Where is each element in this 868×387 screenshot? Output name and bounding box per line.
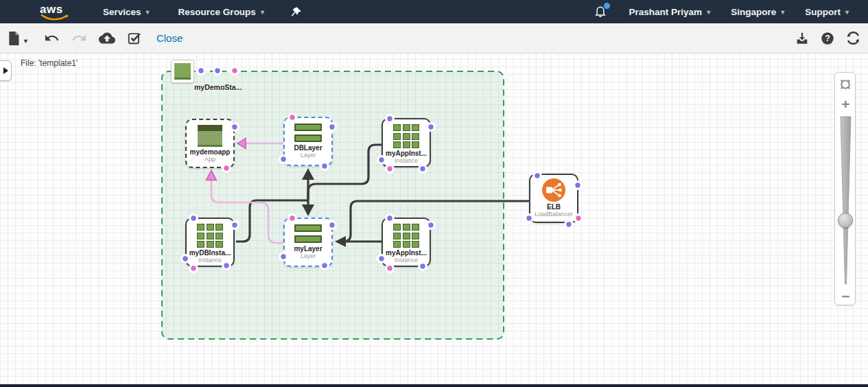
- zoom-control-panel: + −: [834, 72, 856, 305]
- stack-icon: [174, 63, 191, 80]
- fit-to-window-button[interactable]: [838, 77, 853, 92]
- bottom-pane-edge[interactable]: [0, 384, 868, 387]
- zoom-out-button[interactable]: −: [835, 290, 856, 303]
- node-mylayer[interactable]: myLayer Layer: [283, 218, 333, 267]
- nav-resource-groups[interactable]: Resource Groups▾: [178, 7, 264, 17]
- node-myappinstance-bottom[interactable]: myAppInst... Instance: [382, 218, 431, 267]
- undo-icon: [44, 30, 60, 46]
- close-link[interactable]: Close: [156, 32, 183, 44]
- stack-node[interactable]: [171, 60, 194, 83]
- stack-container-outline: [0, 54, 868, 384]
- download-template-button[interactable]: [794, 30, 810, 47]
- chevron-down-icon: ▾: [146, 8, 150, 16]
- sidebar-expand-toggle[interactable]: [0, 60, 12, 81]
- aws-smile-icon: [40, 14, 69, 21]
- refresh-button[interactable]: [845, 30, 861, 47]
- stack-label: myDemoSta...: [194, 83, 241, 91]
- chevron-down-icon: ▾: [845, 8, 849, 16]
- chevron-right-icon: [3, 67, 8, 74]
- undo-button[interactable]: [44, 30, 60, 47]
- pushpin-icon: [290, 6, 302, 18]
- zoom-slider-handle[interactable]: [838, 213, 853, 228]
- opsworks-instance-icon: [393, 224, 419, 248]
- upload-template-button[interactable]: [99, 30, 115, 47]
- nav-pin[interactable]: [290, 6, 302, 18]
- designer-toolbar: ▼ Close ?: [0, 23, 868, 54]
- opsworks-layer-icon: [294, 124, 322, 142]
- new-document-button[interactable]: ▼: [7, 31, 29, 46]
- opsworks-layer-icon: [294, 224, 322, 243]
- nav-account-menu[interactable]: Prashant Priyam▾: [629, 7, 711, 17]
- nav-support-menu[interactable]: Support▾: [805, 7, 849, 17]
- nav-services[interactable]: Services▾: [103, 7, 150, 17]
- stack-boundary[interactable]: [162, 71, 504, 339]
- node-myappinstance-top[interactable]: myAppInst... Instance: [382, 118, 431, 167]
- chevron-down-icon: ▾: [781, 8, 784, 16]
- chevron-down-icon: ▼: [23, 38, 29, 45]
- checkbox-check-icon: [127, 31, 142, 46]
- node-dblayer[interactable]: DBLayer Layer: [283, 117, 333, 166]
- node-mydbinstance[interactable]: myDBInsta... Instance: [185, 218, 235, 267]
- download-icon: [795, 31, 810, 46]
- load-balancer-icon: [541, 177, 567, 203]
- notification-badge: [604, 3, 610, 9]
- validate-template-button[interactable]: [126, 30, 143, 47]
- opsworks-instance-icon: [197, 224, 223, 248]
- redo-button[interactable]: [71, 30, 88, 47]
- help-icon: ?: [820, 31, 835, 46]
- help-button[interactable]: ?: [819, 30, 836, 47]
- nav-region-menu[interactable]: Singapore▾: [731, 7, 784, 17]
- redo-icon: [71, 30, 87, 46]
- aws-console-navbar: aws Services▾ Resource Groups▾ Prashant …: [0, 0, 868, 23]
- svg-text:?: ?: [825, 34, 830, 43]
- chevron-down-icon: ▾: [261, 8, 264, 16]
- crosshair-target-icon: [838, 77, 853, 92]
- chevron-down-icon: ▾: [707, 8, 710, 16]
- node-elb[interactable]: ELB LoadBalancer: [529, 174, 578, 223]
- notifications-button[interactable]: [594, 4, 609, 19]
- opsworks-app-icon: [198, 125, 222, 147]
- designer-canvas[interactable]: File: 'template1' myDemoSta... mydemoapp…: [0, 54, 868, 384]
- zoom-slider-track[interactable]: [835, 115, 856, 287]
- node-mydemoapp[interactable]: mydemoapp App: [185, 119, 235, 168]
- document-icon: [7, 31, 21, 46]
- cloud-upload-icon: [99, 30, 115, 47]
- aws-logo[interactable]: aws: [40, 3, 70, 21]
- opsworks-instance-icon: [393, 124, 419, 148]
- zoom-in-button[interactable]: +: [835, 97, 856, 111]
- refresh-icon: [845, 30, 861, 46]
- file-name-label: File: 'template1': [21, 58, 78, 68]
